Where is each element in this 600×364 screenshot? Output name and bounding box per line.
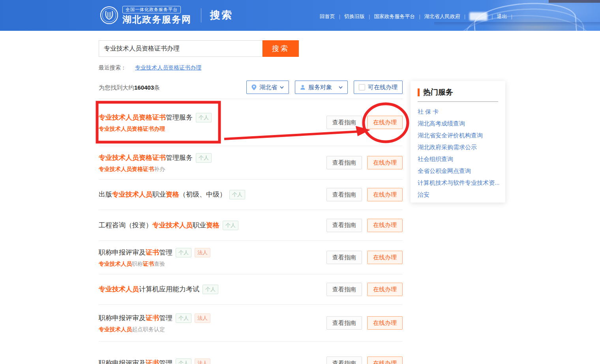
hot-service-link-2[interactable]: 湖北高考成绩查询 — [418, 120, 465, 127]
result-actions: 查看指南在线办理 — [326, 251, 403, 264]
personal-tag: 个人 — [229, 190, 245, 199]
view-guide-button[interactable]: 查看指南 — [326, 356, 362, 364]
result-row-5: 职称申报评审及证书管理个人法人专业技术人员职称证书查验查看指南在线办理 — [99, 241, 403, 274]
result-actions: 查看指南在线办理 — [326, 356, 403, 364]
text-segment: 专业技术人员 — [152, 221, 193, 230]
text-segment: 证书 — [146, 313, 159, 323]
text-segment: （初级、中级） — [179, 190, 226, 199]
view-guide-button[interactable]: 查看指南 — [326, 188, 362, 201]
result-main: 专业技术人员资格证书管理服务个人专业技术人员资格证书补办 — [99, 153, 212, 173]
text-segment: 管理服务 — [166, 153, 193, 163]
nav-link-2[interactable]: 切换旧版 — [344, 13, 365, 20]
result-row-1: 专业技术人员资格证书管理服务个人专业技术人员资格证书办理查看指南在线办理 — [99, 99, 403, 146]
hot-services-accent-bar — [418, 88, 420, 96]
result-main: 工程咨询（投资）专业技术人员职业资格个人 — [99, 221, 238, 230]
location-pin-icon — [251, 84, 257, 90]
service-target-filter-label: 服务对象 — [308, 84, 332, 91]
result-title[interactable]: 专业技术人员资格证书管理服务个人 — [99, 113, 212, 122]
nav-link-1[interactable]: 回首页 — [320, 13, 335, 20]
result-actions: 查看指南在线办理 — [326, 156, 403, 169]
hot-service-item: 湖北省安全评价机构查询 — [418, 129, 498, 141]
result-actions: 查看指南在线办理 — [326, 116, 403, 129]
nav-separator: | — [464, 13, 465, 19]
text-segment: 管理 — [159, 313, 172, 323]
brand-divider — [201, 8, 201, 23]
recent-search-link[interactable]: 专业技术人员资格证书办理 — [135, 64, 201, 71]
result-row-4: 工程咨询（投资）专业技术人员职业资格个人查看指南在线办理 — [99, 210, 403, 241]
filters: 湖北省 服务对象 可在线办理 — [246, 81, 403, 94]
hot-service-link-6[interactable]: 全省公积金网点查询 — [418, 167, 471, 174]
online-handle-button[interactable]: 在线办理 — [367, 316, 403, 330]
result-subtitle: 专业技术人员资格证书办理 — [99, 125, 212, 132]
result-main: 专业技术人员计算机应用能力考试个人 — [99, 285, 218, 294]
online-only-filter[interactable]: 可在线办理 — [354, 81, 403, 94]
online-handle-button[interactable]: 在线办理 — [367, 251, 403, 264]
text-segment: 专业技术人员资格证书 — [99, 153, 166, 163]
result-title[interactable]: 职称申报评审及证书管理个人法人 — [99, 248, 210, 257]
legal-tag: 法人 — [195, 248, 210, 257]
page-title: 搜索 — [210, 8, 233, 22]
online-handle-button[interactable]: 在线办理 — [367, 156, 403, 169]
result-title[interactable]: 职称申报评审及证书管理个人法人 — [99, 313, 210, 323]
hot-service-link-4[interactable]: 湖北政府采购需求公示 — [418, 144, 477, 150]
text-segment: 证书 — [146, 248, 159, 257]
result-title[interactable]: 专业技术人员资格证书管理服务个人 — [99, 153, 212, 163]
online-handle-button[interactable]: 在线办理 — [367, 283, 403, 296]
hot-service-link-5[interactable]: 社会组织查询 — [418, 156, 453, 162]
result-title[interactable]: 出版专业技术人员职业资格（初级、中级）个人 — [99, 190, 245, 199]
results-list: 专业技术人员资格证书管理服务个人专业技术人员资格证书办理查看指南在线办理专业技术… — [99, 99, 403, 364]
view-guide-button[interactable]: 查看指南 — [326, 283, 362, 296]
chevron-down-icon — [280, 85, 284, 89]
result-title[interactable]: 专业技术人员计算机应用能力考试个人 — [99, 285, 218, 294]
search-bar: 搜索 — [99, 40, 299, 57]
online-only-checkbox[interactable] — [359, 84, 365, 90]
online-handle-button[interactable]: 在线办理 — [367, 219, 403, 232]
text-segment: 职称申报评审及 — [99, 358, 146, 364]
online-handle-button[interactable]: 在线办理 — [367, 356, 403, 364]
view-guide-button[interactable]: 查看指南 — [326, 251, 362, 264]
personal-tag: 个人 — [196, 153, 212, 163]
result-subtitle: 专业技术人员资格证书补办 — [99, 165, 212, 173]
result-actions: 查看指南在线办理 — [326, 188, 403, 201]
text-segment: 专业技术人员资格证书办理 — [99, 126, 165, 132]
person-icon — [300, 84, 306, 90]
results-count-number: 160403 — [134, 84, 154, 91]
view-guide-button[interactable]: 查看指南 — [326, 316, 362, 330]
result-main: 职称申报评审及证书管理个人法人 — [99, 358, 210, 364]
result-actions: 查看指南在线办理 — [326, 283, 403, 296]
result-title[interactable]: 职称申报评审及证书管理个人法人 — [99, 358, 210, 364]
hot-services-list: 社 保 卡湖北高考成绩查询湖北省安全评价机构查询湖北政府采购需求公示社会组织查询… — [418, 106, 498, 201]
search-input[interactable] — [99, 40, 262, 57]
results-meta-row: 为您找到大约160403条 湖北省 服务对象 — [99, 81, 403, 99]
online-handle-button[interactable]: 在线办理 — [367, 116, 403, 129]
text-segment: 专业技术人员资格证书 — [99, 113, 166, 122]
region-filter[interactable]: 湖北省 — [246, 81, 289, 94]
text-segment: 专业技术人员 — [99, 261, 132, 267]
view-guide-button[interactable]: 查看指南 — [326, 116, 362, 129]
nav-separator: | — [419, 13, 420, 19]
nav-link-4[interactable]: 湖北省人民政府 — [424, 13, 460, 20]
result-subtitle: 专业技术人员职称证书查验 — [99, 260, 210, 267]
username-redacted — [469, 12, 488, 21]
text-segment: 证书 — [143, 261, 154, 267]
search-button[interactable]: 搜索 — [262, 40, 299, 57]
hot-service-link-1[interactable]: 社 保 卡 — [418, 108, 439, 115]
text-segment: 职业 — [152, 190, 166, 199]
service-target-filter[interactable]: 服务对象 — [295, 81, 348, 94]
result-row-6: 专业技术人员计算机应用能力考试个人查看指南在线办理 — [99, 274, 403, 305]
text-segment: 职称申报评审及 — [99, 248, 146, 257]
text-segment: 资格 — [166, 190, 179, 199]
text-segment: 计算机应用能力考试 — [139, 285, 199, 294]
nav-link-3[interactable]: 国家政务服务平台 — [374, 13, 415, 20]
text-segment: 工程咨询（投资） — [99, 221, 152, 230]
result-subtitle: 专业技术人员起点职务认定 — [99, 326, 210, 333]
view-guide-button[interactable]: 查看指南 — [326, 219, 362, 232]
hot-service-link-8[interactable]: 治安 — [418, 191, 429, 198]
logout-link[interactable]: 退出 — [497, 13, 507, 20]
result-main: 出版专业技术人员职业资格（初级、中级）个人 — [99, 190, 245, 199]
hot-service-link-7[interactable]: 计算机技术与软件专业技术资... — [418, 179, 500, 186]
result-title[interactable]: 工程咨询（投资）专业技术人员职业资格个人 — [99, 221, 238, 230]
online-handle-button[interactable]: 在线办理 — [367, 188, 403, 201]
view-guide-button[interactable]: 查看指南 — [326, 156, 362, 169]
hot-service-link-3[interactable]: 湖北省安全评价机构查询 — [418, 132, 483, 139]
